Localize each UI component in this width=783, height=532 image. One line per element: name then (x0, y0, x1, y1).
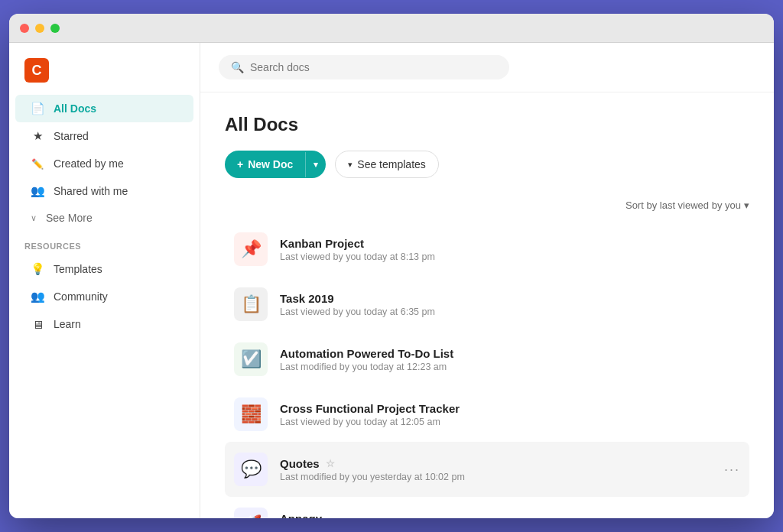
sidebar-item-label: Starred (54, 130, 89, 142)
doc-meta: Last viewed by you today at 6:35 pm (280, 307, 740, 317)
doc-list-item[interactable]: 💬 Quotes ☆ Last modified by you yesterda… (225, 442, 749, 497)
doc-info: Cross Functional Project Tracker Last vi… (280, 402, 740, 427)
doc-list: 📌 Kanban Project Last viewed by you toda… (225, 222, 749, 518)
sidebar: C 📄 All Docs ★ Starred ✏️ Created by me … (9, 43, 200, 518)
doc-icon: 💬 (234, 453, 268, 486)
app-window: C 📄 All Docs ★ Starred ✏️ Created by me … (9, 14, 774, 518)
plus-icon: + (237, 158, 243, 170)
close-button[interactable] (20, 24, 29, 33)
doc-icon: ☑️ (234, 342, 268, 376)
content-area: All Docs + New Doc ▾ ▾ See templates (200, 92, 774, 518)
sort-row: Sort by last viewed by you ▾ (225, 200, 749, 211)
chevron-down-icon: ∨ (31, 213, 37, 223)
learn-icon: 🖥 (31, 317, 44, 331)
doc-name: Quotes ☆ (280, 457, 712, 470)
sidebar-item-learn[interactable]: 🖥 Learn (15, 310, 193, 338)
sidebar-item-label: Templates (54, 263, 102, 275)
sidebar-item-templates[interactable]: 💡 Templates (15, 255, 193, 283)
doc-info: Quotes ☆ Last modified by you yesterday … (280, 457, 712, 482)
doc-name: Automation Powered To-Do List (280, 347, 740, 360)
doc-meta: Last modified by you today at 12:23 am (280, 362, 740, 372)
sidebar-item-created-by-me[interactable]: ✏️ Created by me (15, 150, 193, 177)
see-more-item[interactable]: ∨ See More (15, 205, 193, 231)
new-doc-button[interactable]: + New Doc ▾ (225, 151, 326, 178)
sort-button[interactable]: Sort by last viewed by you ▾ (625, 200, 749, 211)
chevron-down-icon: ▾ (348, 160, 353, 170)
search-input[interactable] (250, 61, 497, 73)
sort-chevron-icon: ▾ (744, 200, 749, 211)
chevron-down-icon: ▾ (314, 160, 318, 170)
doc-meta: Last modified by you yesterday at 10:02 … (280, 472, 712, 482)
sidebar-item-label: Learn (54, 318, 81, 330)
doc-meta: Last viewed by you today at 12:05 am (280, 417, 740, 427)
templates-icon: 💡 (31, 262, 44, 276)
sidebar-item-label: All Docs (54, 102, 96, 115)
app-body: C 📄 All Docs ★ Starred ✏️ Created by me … (9, 43, 774, 518)
sidebar-logo: C (9, 55, 200, 95)
app-logo: C (24, 58, 49, 83)
sidebar-item-starred[interactable]: ★ Starred (15, 122, 193, 150)
new-doc-main: + New Doc (225, 151, 305, 178)
doc-info: Automation Powered To-Do List Last modif… (280, 347, 740, 372)
search-icon: 🔍 (231, 61, 244, 73)
doc-info: Task 2019 Last viewed by you today at 6:… (280, 292, 740, 317)
more-options-icon[interactable]: ··· (724, 462, 740, 478)
see-templates-label: See templates (357, 158, 426, 170)
doc-name: Appagy (280, 512, 740, 519)
doc-icon: 📋 (234, 287, 268, 321)
doc-icon: 🚀 (234, 508, 268, 518)
starred-icon: ★ (31, 129, 44, 143)
doc-meta: Last viewed by you today at 8:13 pm (280, 251, 740, 262)
resources-nav: 💡 Templates 👥 Community 🖥 Learn (9, 255, 200, 338)
new-doc-label: New Doc (248, 158, 293, 170)
doc-list-item[interactable]: 🚀 Appagy Last viewed by you yesterday at… (225, 497, 749, 518)
doc-name: Task 2019 (280, 292, 740, 305)
doc-info: Appagy Last viewed by you yesterday at 1… (280, 512, 740, 519)
titlebar (9, 14, 774, 43)
created-icon: ✏️ (31, 157, 44, 170)
doc-icon: 🧱 (234, 397, 268, 431)
minimize-button[interactable] (35, 24, 44, 33)
new-doc-dropdown-arrow[interactable]: ▾ (305, 152, 326, 177)
sidebar-nav: 📄 All Docs ★ Starred ✏️ Created by me 👥 … (9, 95, 200, 205)
sidebar-item-shared-with-me[interactable]: 👥 Shared with me (15, 177, 193, 205)
actions-row: + New Doc ▾ ▾ See templates (225, 151, 749, 178)
doc-name: Kanban Project (280, 237, 740, 250)
page-title: All Docs (225, 114, 749, 135)
community-icon: 👥 (31, 290, 44, 303)
maximize-button[interactable] (50, 24, 60, 33)
doc-list-item[interactable]: 📌 Kanban Project Last viewed by you toda… (225, 222, 749, 277)
star-icon[interactable]: ☆ (326, 458, 335, 469)
sidebar-item-label: Community (54, 290, 108, 303)
doc-icon: 📌 (234, 232, 268, 266)
sidebar-item-label: Created by me (54, 157, 124, 170)
sidebar-item-label: Shared with me (54, 185, 128, 197)
doc-info: Kanban Project Last viewed by you today … (280, 237, 740, 262)
search-box[interactable]: 🔍 (219, 55, 509, 79)
resources-section-title: RESOURCES (9, 231, 200, 255)
shared-icon: 👥 (31, 184, 44, 198)
doc-list-item[interactable]: 🧱 Cross Functional Project Tracker Last … (225, 387, 749, 442)
see-more-label: See More (46, 212, 93, 224)
doc-list-item[interactable]: ☑️ Automation Powered To-Do List Last mo… (225, 332, 749, 387)
all-docs-icon: 📄 (31, 102, 44, 115)
sidebar-item-all-docs[interactable]: 📄 All Docs (15, 95, 193, 122)
doc-list-item[interactable]: 📋 Task 2019 Last viewed by you today at … (225, 277, 749, 332)
sort-label-text: Sort by last viewed by you (625, 200, 741, 211)
topbar: 🔍 (200, 43, 774, 92)
main-content: 🔍 All Docs + New Doc ▾ (200, 43, 774, 518)
doc-name: Cross Functional Project Tracker (280, 402, 740, 415)
see-templates-button[interactable]: ▾ See templates (335, 151, 439, 178)
sidebar-item-community[interactable]: 👥 Community (15, 283, 193, 310)
